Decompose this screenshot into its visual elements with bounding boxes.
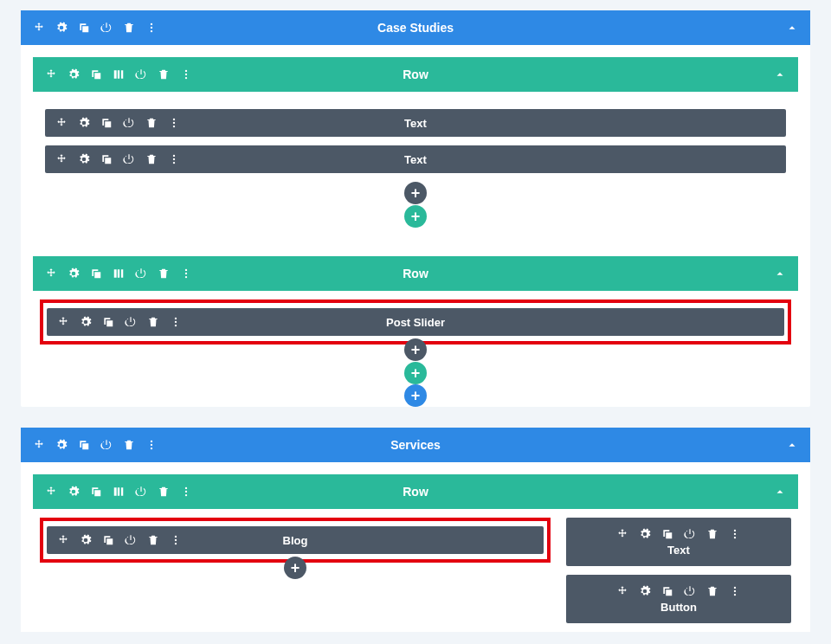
more-icon[interactable]: [170, 316, 182, 328]
duplicate-icon[interactable]: [100, 153, 113, 165]
add-row-button[interactable]: +: [404, 205, 427, 228]
settings-icon[interactable]: [68, 486, 80, 498]
module-text[interactable]: Text: [45, 145, 786, 173]
row-header[interactable]: Row: [33, 256, 798, 291]
svg-point-31: [734, 589, 736, 591]
svg-point-21: [185, 487, 187, 489]
svg-point-16: [175, 321, 177, 323]
more-icon[interactable]: [168, 117, 180, 129]
columns-icon[interactable]: [113, 68, 125, 80]
power-icon[interactable]: [135, 486, 147, 498]
duplicate-icon[interactable]: [90, 486, 102, 498]
move-icon[interactable]: [45, 68, 57, 80]
add-module-button[interactable]: +: [404, 182, 427, 204]
section-header[interactable]: Case Studies: [21, 10, 810, 45]
power-icon[interactable]: [684, 528, 696, 540]
section-header[interactable]: Services: [21, 428, 810, 462]
more-icon[interactable]: [729, 528, 741, 540]
more-icon[interactable]: [145, 439, 158, 451]
move-icon[interactable]: [57, 316, 69, 328]
trash-icon[interactable]: [147, 534, 159, 546]
settings-icon[interactable]: [55, 439, 68, 451]
duplicate-icon[interactable]: [102, 534, 114, 546]
svg-point-4: [185, 74, 187, 75]
collapse-icon[interactable]: [774, 68, 786, 80]
section-body: Row Text: [21, 45, 810, 396]
trash-icon[interactable]: [706, 585, 718, 597]
settings-icon[interactable]: [68, 68, 80, 80]
power-icon[interactable]: [125, 316, 137, 328]
trash-icon[interactable]: [706, 528, 718, 540]
more-icon[interactable]: [170, 534, 182, 546]
duplicate-icon[interactable]: [100, 117, 113, 129]
module-blog[interactable]: Blog: [47, 526, 544, 554]
power-icon[interactable]: [123, 153, 135, 165]
more-icon[interactable]: [180, 267, 192, 280]
add-module-button[interactable]: +: [284, 557, 306, 579]
svg-point-27: [734, 529, 736, 531]
collapse-icon[interactable]: [774, 486, 786, 498]
module-text[interactable]: Text: [566, 518, 791, 566]
settings-icon[interactable]: [55, 22, 68, 34]
settings-icon[interactable]: [639, 528, 651, 540]
move-icon[interactable]: [55, 117, 68, 129]
more-icon[interactable]: [168, 153, 180, 165]
duplicate-icon[interactable]: [661, 585, 673, 597]
trash-icon[interactable]: [123, 22, 135, 34]
collapse-icon[interactable]: [786, 22, 798, 34]
settings-icon[interactable]: [78, 117, 90, 129]
duplicate-icon[interactable]: [102, 316, 114, 328]
module-post-slider[interactable]: Post Slider: [47, 308, 784, 336]
power-icon[interactable]: [100, 439, 113, 451]
trash-icon[interactable]: [158, 68, 170, 80]
row-header[interactable]: Row: [33, 57, 798, 92]
trash-icon[interactable]: [145, 117, 158, 129]
move-icon[interactable]: [33, 439, 45, 451]
more-icon[interactable]: [180, 68, 192, 80]
trash-icon[interactable]: [158, 486, 170, 498]
columns-icon[interactable]: [113, 486, 125, 498]
trash-icon[interactable]: [123, 439, 135, 451]
row-header[interactable]: Row: [33, 474, 798, 509]
settings-icon[interactable]: [78, 153, 90, 165]
module-button[interactable]: Button: [566, 575, 791, 623]
add-row-button[interactable]: +: [404, 362, 427, 384]
settings-icon[interactable]: [68, 267, 80, 280]
trash-icon[interactable]: [158, 267, 170, 280]
move-icon[interactable]: [55, 153, 68, 165]
move-icon[interactable]: [45, 486, 57, 498]
power-icon[interactable]: [135, 267, 147, 280]
duplicate-icon[interactable]: [90, 68, 102, 80]
columns-icon[interactable]: [113, 267, 125, 280]
more-icon[interactable]: [729, 585, 741, 597]
power-icon[interactable]: [100, 22, 113, 34]
svg-point-10: [173, 158, 175, 160]
duplicate-icon[interactable]: [78, 22, 90, 34]
trash-icon[interactable]: [145, 153, 158, 165]
more-icon[interactable]: [145, 22, 158, 34]
add-module-button[interactable]: +: [404, 338, 427, 361]
power-icon[interactable]: [125, 534, 137, 546]
power-icon[interactable]: [684, 585, 696, 597]
module-title: Text: [667, 544, 690, 557]
power-icon[interactable]: [135, 68, 147, 80]
move-icon[interactable]: [33, 22, 45, 34]
power-icon[interactable]: [123, 117, 135, 129]
move-icon[interactable]: [616, 585, 628, 597]
move-icon[interactable]: [45, 267, 57, 280]
move-icon[interactable]: [57, 534, 69, 546]
duplicate-icon[interactable]: [78, 439, 90, 451]
more-icon[interactable]: [180, 486, 192, 498]
duplicate-icon[interactable]: [90, 267, 102, 280]
trash-icon[interactable]: [147, 316, 159, 328]
settings-icon[interactable]: [80, 534, 92, 546]
column-right: Text Button: [566, 518, 791, 632]
move-icon[interactable]: [616, 528, 628, 540]
settings-icon[interactable]: [639, 585, 651, 597]
duplicate-icon[interactable]: [661, 528, 673, 540]
collapse-icon[interactable]: [786, 439, 798, 451]
settings-icon[interactable]: [80, 316, 92, 328]
collapse-icon[interactable]: [774, 267, 786, 280]
module-text[interactable]: Text: [45, 109, 786, 137]
add-section-button[interactable]: +: [404, 384, 427, 407]
